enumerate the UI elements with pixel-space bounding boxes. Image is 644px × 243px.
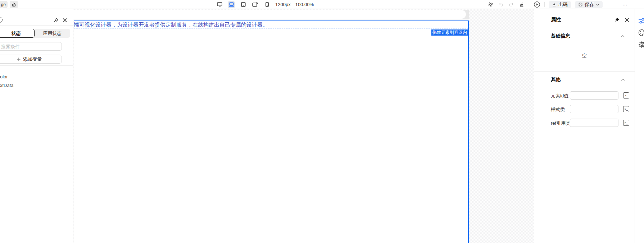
toolbar-divider [529, 2, 529, 7]
basic-info-section-header[interactable]: 基础信息 [534, 28, 635, 42]
properties-sliders-icon[interactable] [638, 17, 644, 25]
state-variables-panel: 状态 应用状态 添加变量 olor xtData [0, 9, 73, 243]
mock-navbar [74, 10, 469, 19]
selection-border-right [468, 20, 469, 243]
device-switcher: 1200px 100.00% [216, 0, 314, 9]
tablet-rotate-device-button[interactable] [251, 1, 259, 8]
toolbar-actions: 出码 保存 ⋯ [487, 0, 628, 9]
toolbar-divider [544, 2, 545, 7]
other-section-header[interactable]: 其他 [534, 72, 635, 86]
code-expression-button[interactable]: >_ [623, 106, 629, 112]
tablet-device-button[interactable] [240, 1, 247, 8]
style-class-label: 样式类 [551, 106, 565, 113]
desktop-device-button[interactable] [216, 1, 223, 8]
properties-title: 属性 [551, 17, 561, 23]
chevron-up-icon[interactable] [621, 77, 625, 82]
style-class-input[interactable] [570, 105, 618, 113]
download-icon [552, 2, 557, 7]
phone-device-button[interactable] [263, 1, 271, 8]
close-icon[interactable] [623, 17, 630, 23]
drop-hint-label: 拖放元素到容器内 [432, 30, 467, 35]
panel-switcher-strip [635, 9, 644, 243]
lock-button[interactable] [10, 1, 18, 8]
search-input[interactable] [0, 42, 62, 51]
tab-app-state-label: 应用状态 [43, 30, 62, 37]
code-expression-button[interactable]: >_ [623, 92, 629, 98]
variable-name: olor [0, 74, 8, 79]
tab-page-state[interactable]: 状态 [0, 29, 35, 38]
page-name-chip[interactable]: ge [0, 1, 8, 8]
design-canvas[interactable]: 端可视化设计器，为设计器开发者提供定制服务，在线构建出自己专属的设计器。 拖放元… [74, 10, 469, 243]
undo-button[interactable] [498, 1, 504, 8]
redo-button[interactable] [508, 1, 514, 8]
variable-name: xtData [0, 83, 14, 88]
code-expression-button[interactable]: >_ [623, 120, 629, 126]
basic-info-title: 基础信息 [551, 33, 570, 39]
laptop-device-button[interactable] [228, 1, 235, 8]
element-id-row: 元素id值 >_ [534, 89, 635, 102]
zoom-level-value[interactable]: 100.00% [295, 2, 314, 7]
other-section-title: 其他 [551, 76, 561, 83]
export-code-button[interactable]: 出码 [549, 1, 571, 8]
plus-icon [17, 57, 21, 61]
style-class-row: 样式类 >_ [534, 102, 635, 116]
tab-page-state-label: 状态 [12, 30, 21, 37]
save-label: 保存 [585, 1, 594, 8]
intro-text: 端可视化设计器，为设计器开发者提供定制服务，在线构建出自己专属的设计器。 [74, 22, 268, 28]
ref-class-row: ref引用类 >_ [534, 116, 635, 130]
help-circle-icon[interactable] [0, 17, 3, 23]
chevron-up-icon[interactable] [621, 33, 625, 39]
palette-icon[interactable] [638, 29, 644, 37]
pin-icon[interactable] [53, 17, 59, 23]
left-panel-header [0, 9, 73, 26]
add-variable-button[interactable]: 添加变量 [0, 55, 62, 64]
top-toolbar: ge 1200px 100.00% [0, 0, 644, 9]
state-tabs: 状态 应用状态 [0, 29, 70, 38]
basic-info-empty-state: 空 [534, 42, 635, 71]
drop-hint-chip: 拖放元素到容器内 [431, 29, 468, 36]
variable-list-item[interactable]: xtData [0, 81, 73, 89]
chevron-down-icon [596, 3, 599, 6]
element-id-label: 元素id值 [551, 93, 568, 99]
pin-icon-filled[interactable] [613, 17, 620, 23]
export-code-label: 出码 [558, 1, 568, 8]
lock-icon [11, 1, 17, 8]
panel-divider [0, 65, 73, 66]
preview-play-button[interactable] [533, 1, 540, 8]
floppy-save-icon [578, 2, 583, 7]
mock-searchbar-pill[interactable] [69, 10, 466, 19]
properties-header: 属性 [534, 9, 635, 28]
variable-list-item[interactable]: olor [0, 73, 73, 81]
ref-class-label: ref引用类 [551, 120, 570, 127]
settings-gear-icon[interactable] [638, 41, 644, 49]
viewport-width-value[interactable]: 1200px [275, 2, 291, 7]
add-variable-label: 添加变量 [23, 56, 42, 63]
theme-brightness-button[interactable] [487, 1, 494, 8]
element-id-input[interactable] [570, 91, 618, 100]
tab-app-state[interactable]: 应用状态 [35, 29, 71, 38]
selected-text-element[interactable]: 端可视化设计器，为设计器开发者提供定制服务，在线构建出自己专属的设计器。 [74, 21, 468, 28]
more-menu-button[interactable]: ⋯ [622, 2, 628, 8]
properties-panel: 属性 基础信息 空 其他 元素id值 >_ 样式类 >_ ref引用类 >_ [534, 9, 635, 243]
ref-class-input[interactable] [570, 119, 618, 127]
page-name-fragment: ge [1, 2, 6, 7]
clear-canvas-broom-button[interactable] [518, 1, 525, 8]
save-button[interactable]: 保存 [575, 1, 603, 8]
close-icon[interactable] [62, 17, 68, 23]
